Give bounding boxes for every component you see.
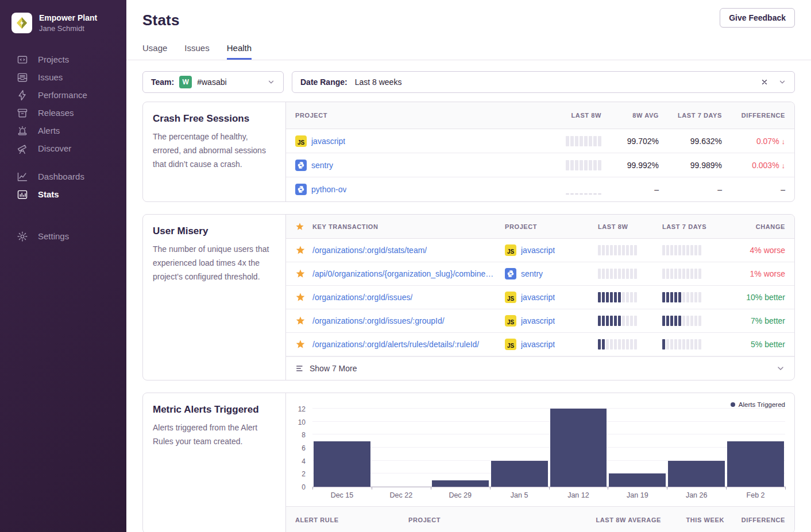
last7days-sparkline (662, 316, 701, 326)
sidebar-item-discover[interactable]: Discover (0, 139, 126, 157)
javascript-platform-icon: JS (505, 315, 516, 327)
show-more-button[interactable]: Show 7 More (286, 356, 794, 380)
clear-icon[interactable] (760, 78, 768, 86)
sidebar-item-alerts[interactable]: Alerts (0, 122, 126, 139)
last7days-value: 99.632% (659, 137, 722, 146)
project-link[interactable]: javascript (521, 340, 555, 349)
crash-free-sessions-panel: Crash Free Sessions The percentage of he… (142, 102, 795, 202)
chart-plot-area (312, 409, 785, 487)
star-icon[interactable] (295, 292, 312, 302)
col-last7days: Last 7 Days (662, 223, 727, 230)
chevron-down-icon[interactable] (776, 364, 785, 373)
sidebar-item-dashboards[interactable]: Dashboards (0, 168, 126, 185)
sidebar-item-label: Projects (38, 55, 69, 64)
table-row: JS javascript 99.702% 99.632% 0.07% ↓ (286, 129, 794, 153)
avg-value: – (601, 185, 659, 194)
star-icon[interactable] (295, 245, 312, 255)
team-avatar: W (179, 76, 192, 88)
col-last8w-average: Last 8w Average (575, 517, 661, 523)
chart-y-axis: 024681012 (286, 409, 312, 487)
project-link[interactable]: python-ov (311, 185, 346, 194)
project-link[interactable]: javascript (521, 246, 555, 255)
javascript-platform-icon: JS (295, 135, 307, 147)
chart-bar[interactable] (668, 461, 725, 487)
col-project: Project (505, 223, 598, 230)
chart-bar[interactable] (727, 441, 784, 487)
transaction-link[interactable]: /organizations/:orgId/issues/ (312, 293, 412, 302)
alerts-triggered-bar-chart: Alerts Triggered 024681012 Dec 15Dec 22D… (286, 393, 794, 499)
sidebar-item-performance[interactable]: Performance (0, 86, 126, 104)
last7days-value: – (659, 185, 722, 194)
legend-dot-icon (731, 402, 735, 407)
chart-bar[interactable] (609, 473, 666, 487)
sidebar: Empower Plant Jane Schmidt Projects Issu… (0, 0, 126, 532)
show-more-label: Show 7 More (310, 364, 357, 373)
star-icon[interactable] (295, 339, 312, 350)
table-row: /organizations/:orgId/issues/:groupId/ J… (286, 309, 794, 333)
tab-issues[interactable]: Issues (184, 43, 209, 60)
last8w-sparkline (598, 269, 637, 279)
sidebar-item-label: Alerts (38, 126, 60, 135)
last8w-sparkline (598, 292, 637, 302)
project-link[interactable]: sentry (311, 161, 333, 170)
date-range-value: Last 8 weeks (355, 77, 402, 87)
col-difference: Difference (724, 517, 785, 523)
y-axis-label: 2 (302, 470, 306, 478)
user-name: Jane Schmidt (39, 24, 97, 33)
panel-title: User Misery (153, 226, 274, 237)
y-axis-label: 12 (298, 405, 306, 413)
last7days-value: 99.989% (659, 161, 722, 170)
project-link[interactable]: javascript (311, 137, 345, 146)
project-link[interactable]: javascript (521, 293, 555, 302)
transaction-link[interactable]: /api/0/organizations/{organization_slug}… (312, 269, 493, 278)
x-axis-label: Feb 2 (726, 491, 785, 499)
star-icon[interactable] (295, 269, 312, 279)
project-link[interactable]: sentry (521, 269, 543, 278)
y-axis-label: 10 (298, 418, 306, 426)
tab-health[interactable]: Health (227, 43, 252, 60)
last7days-sparkline (662, 292, 701, 302)
javascript-platform-icon: JS (505, 244, 516, 256)
sidebar-item-stats[interactable]: Stats (0, 185, 126, 203)
sidebar-item-settings[interactable]: Settings (0, 227, 126, 245)
chevron-down-icon[interactable] (267, 78, 275, 86)
table-row: /api/0/organizations/{organization_slug}… (286, 262, 794, 286)
star-icon[interactable] (295, 316, 312, 326)
user-misery-panel: User Misery The number of unique users t… (142, 214, 795, 380)
chart-bar[interactable] (550, 409, 607, 487)
last7days-sparkline (662, 339, 701, 350)
x-axis-label: Jan 26 (667, 491, 726, 499)
stats-icon (17, 189, 28, 200)
chevron-down-icon[interactable] (778, 78, 786, 86)
sidebar-item-issues[interactable]: Issues (0, 68, 126, 86)
chart-bar[interactable] (432, 480, 489, 487)
page-header: Stats Give Feedback Usage Issues Health (126, 0, 811, 60)
x-axis-label: Dec 22 (372, 491, 431, 499)
chart-bar[interactable] (491, 461, 548, 487)
team-select[interactable]: Team: W #wasabi (142, 71, 284, 93)
transaction-link[interactable]: /organizations/:orgId/issues/:groupId/ (312, 316, 445, 325)
project-link[interactable]: javascript (521, 316, 555, 325)
tab-usage[interactable]: Usage (142, 43, 167, 60)
y-axis-label: 0 (302, 483, 306, 491)
sidebar-item-label: Dashboards (38, 172, 84, 181)
col-project: Project (408, 517, 575, 523)
sidebar-item-projects[interactable]: Projects (0, 51, 126, 68)
sidebar-item-releases[interactable]: Releases (0, 104, 126, 122)
chart-legend: Alerts Triggered (286, 398, 794, 409)
transaction-link[interactable]: /organizations/:orgId/stats/team/ (312, 246, 427, 255)
date-range-select[interactable]: Date Range: Last 8 weeks (292, 71, 795, 93)
give-feedback-button[interactable]: Give Feedback (720, 8, 795, 28)
sidebar-nav: Projects Issues Performance Releases Ale… (0, 51, 126, 245)
panel-description: Alerts triggered from the Alert Rules yo… (153, 421, 274, 449)
col-this-week: This Week (661, 517, 724, 523)
chart-bar[interactable] (314, 441, 370, 487)
transaction-link[interactable]: /organizations/:orgId/alerts/rules/detai… (312, 340, 479, 349)
last8w-sparkline (598, 339, 637, 350)
org-switcher[interactable]: Empower Plant Jane Schmidt (0, 0, 126, 33)
col-difference: Difference (722, 112, 785, 119)
avg-value: 99.992% (601, 161, 659, 170)
javascript-platform-icon: JS (505, 339, 516, 350)
y-axis-label: 8 (302, 431, 306, 439)
sidebar-item-label: Performance (38, 90, 87, 100)
